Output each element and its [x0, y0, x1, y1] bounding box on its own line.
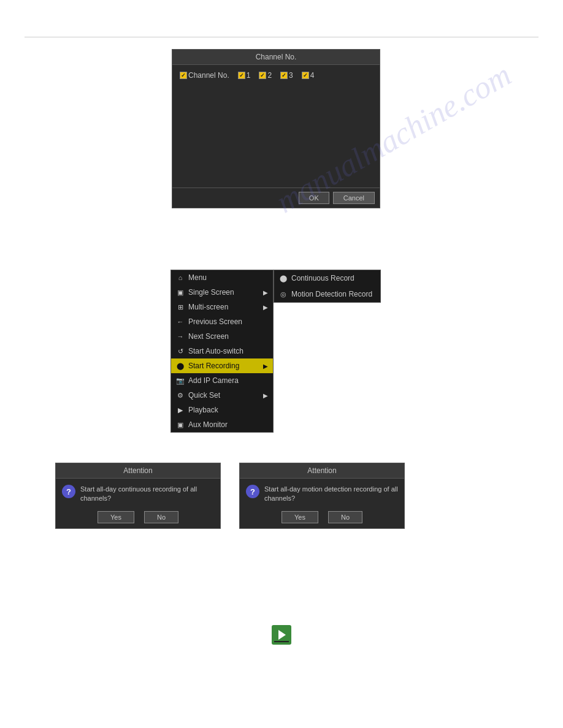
recording-submenu: ⬤ Continuous Record ◎ Motion Detection R… — [274, 270, 381, 303]
menu-item-menu-label: Menu — [188, 273, 207, 282]
attention-body-2: ? Start all-day motion detection recordi… — [240, 479, 404, 507]
menu-item-quick-label: Quick Set — [188, 391, 220, 400]
channel-dialog-footer: OK Cancel — [172, 188, 380, 208]
attention-title-1: Attention — [56, 463, 220, 479]
camera-icon: 📷 — [176, 376, 185, 385]
next-screen-icon: → — [176, 332, 185, 341]
arrow-right-icon-4: ▶ — [263, 392, 268, 399]
menu-item-aux-label: Aux Monitor — [188, 420, 228, 429]
bottom-icon-area — [272, 625, 291, 645]
menu-item-playback-label: Playback — [188, 406, 218, 414]
attention-yes-button-1[interactable]: Yes — [98, 511, 134, 523]
aux-monitor-icon: ▣ — [176, 420, 185, 429]
channel-4[interactable]: 4 — [302, 71, 315, 80]
attention-body-1: ? Start all-day continuous recording of … — [56, 479, 220, 507]
attention-dialogs: Attention ? Start all-day continuous rec… — [55, 463, 405, 529]
menu-item-auto-switch[interactable]: ↺ Start Auto-switch — [171, 344, 273, 358]
channel-3[interactable]: 3 — [280, 71, 293, 80]
menu-item-multi-screen[interactable]: ⊞ Multi-screen ▶ — [171, 300, 273, 314]
menu-item-next-label: Next Screen — [188, 332, 229, 341]
checkbox-1[interactable] — [238, 72, 245, 79]
motion-detection-record-label: Motion Detection Record — [291, 290, 372, 298]
attention-question-icon-1: ? — [62, 485, 75, 498]
attention-no-button-2[interactable]: No — [328, 511, 362, 523]
attention-dialog-motion: Attention ? Start all-day motion detecti… — [239, 463, 405, 529]
menu-item-aux-monitor[interactable]: ▣ Aux Monitor — [171, 417, 273, 432]
menu-item-single-screen[interactable]: ▣ Single Screen ▶ — [171, 285, 273, 300]
menu-item-ip-label: Add IP Camera — [188, 376, 239, 385]
attention-no-button-1[interactable]: No — [144, 511, 178, 523]
attention-text-2: Start all-day motion detection recording… — [264, 485, 398, 504]
channel-dialog-body: Channel No. 1 2 3 4 — [172, 65, 380, 188]
menu-item-auto-label: Start Auto-switch — [188, 347, 243, 355]
motion-detection-icon: ◎ — [279, 290, 288, 298]
attention-footer-2: Yes No — [240, 507, 404, 528]
menu-item-quick-set[interactable]: ⚙ Quick Set ▶ — [171, 388, 273, 403]
attention-text-1: Start all-day continuous recording of al… — [80, 485, 214, 504]
previous-screen-icon: ← — [176, 317, 185, 326]
channel-2[interactable]: 2 — [259, 71, 272, 80]
arrow-right-icon-2: ▶ — [263, 304, 268, 311]
submenu-motion-detection-record[interactable]: ◎ Motion Detection Record — [274, 286, 380, 302]
channel-3-label: 3 — [289, 71, 293, 80]
channel-1[interactable]: 1 — [238, 71, 251, 80]
menu-item-next-screen[interactable]: → Next Screen — [171, 329, 273, 344]
menu-item-single-label: Single Screen — [188, 288, 234, 297]
menu-item-playback[interactable]: ▶ Playback — [171, 403, 273, 417]
home-icon: ⌂ — [176, 273, 185, 282]
menu-item-recording-label: Start Recording — [188, 362, 239, 370]
menu-item-previous-label: Previous Screen — [188, 317, 242, 326]
single-screen-icon: ▣ — [176, 288, 185, 297]
playback-button-icon[interactable] — [272, 625, 291, 645]
attention-title-2: Attention — [240, 463, 404, 479]
checkbox-4[interactable] — [302, 72, 309, 79]
auto-switch-icon: ↺ — [176, 347, 185, 355]
checkbox-all[interactable] — [180, 72, 187, 79]
top-divider — [25, 37, 538, 37]
arrow-right-icon-3: ▶ — [263, 363, 268, 370]
channel-1-label: 1 — [247, 71, 251, 80]
channel-row: Channel No. 1 2 3 4 — [180, 71, 372, 80]
menu-item-start-recording[interactable]: ⬤ Start Recording ▶ — [171, 358, 273, 373]
record-icon: ⬤ — [176, 362, 185, 370]
context-menu: ⌂ Menu ▣ Single Screen ▶ ⊞ Multi-screen … — [170, 270, 274, 433]
checkbox-3[interactable] — [280, 72, 288, 79]
arrow-right-icon: ▶ — [263, 289, 268, 296]
channel-label: Channel No. — [188, 71, 229, 80]
multi-screen-icon: ⊞ — [176, 303, 185, 311]
playback-icon: ▶ — [176, 406, 185, 414]
cancel-button[interactable]: Cancel — [333, 192, 375, 204]
attention-yes-button-2[interactable]: Yes — [282, 511, 318, 523]
channel-dialog: Channel No. Channel No. 1 2 3 4 — [172, 49, 380, 208]
attention-dialog-continuous: Attention ? Start all-day continuous rec… — [55, 463, 221, 529]
play-triangle-icon — [278, 630, 286, 640]
attention-question-icon-2: ? — [246, 485, 259, 498]
menu-item-menu[interactable]: ⌂ Menu — [171, 270, 273, 285]
channel-4-label: 4 — [310, 71, 315, 80]
submenu-continuous-record[interactable]: ⬤ Continuous Record — [274, 270, 380, 286]
continuous-record-label: Continuous Record — [291, 274, 354, 282]
menu-item-add-ip-camera[interactable]: 📷 Add IP Camera — [171, 373, 273, 388]
channel-all-checkbox[interactable]: Channel No. — [180, 71, 229, 80]
checkbox-2[interactable] — [259, 72, 266, 79]
channel-dialog-title: Channel No. — [172, 50, 380, 65]
channel-2-label: 2 — [267, 71, 272, 80]
attention-footer-1: Yes No — [56, 507, 220, 528]
continuous-record-icon: ⬤ — [279, 274, 288, 282]
gear-icon: ⚙ — [176, 391, 185, 400]
menu-item-multi-label: Multi-screen — [188, 303, 228, 311]
ok-button[interactable]: OK — [299, 192, 329, 204]
menu-item-previous-screen[interactable]: ← Previous Screen — [171, 314, 273, 329]
